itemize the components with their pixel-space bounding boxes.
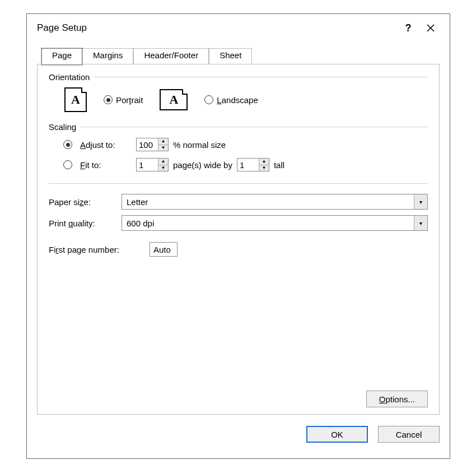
scaling-group: Scaling (49, 122, 428, 132)
portrait-radio-label: Portrait (116, 95, 143, 105)
landscape-radio[interactable]: Landscape (204, 95, 258, 105)
spin-down-icon[interactable]: ▼ (158, 145, 168, 151)
orientation-group: Orientation (49, 72, 428, 82)
print-quality-label: Print quality: (49, 219, 122, 228)
first-page-number-input[interactable]: Auto (150, 242, 178, 257)
paper-size-dropdown[interactable]: Letter ▾ (122, 194, 428, 210)
chevron-down-icon: ▾ (414, 216, 427, 230)
tall-label: tall (274, 160, 284, 170)
spin-up-icon[interactable]: ▲ (158, 159, 168, 165)
tab-header-footer[interactable]: Header/Footer (133, 48, 209, 65)
landscape-icon: A (160, 89, 188, 110)
spinner[interactable]: ▲▼ (158, 159, 168, 171)
page-setup-dialog: Page Setup ? Page Margins Header/Footer … (26, 13, 450, 459)
cancel-button[interactable]: Cancel (378, 426, 440, 443)
tab-sheet[interactable]: Sheet (209, 48, 252, 65)
first-page-number-label: First page number: (49, 245, 150, 254)
orientation-label: Orientation (49, 72, 94, 82)
print-quality-dropdown[interactable]: 600 dpi ▾ (122, 215, 428, 231)
paper-size-label: Paper size: (49, 197, 122, 207)
tab-page[interactable]: Page (41, 48, 82, 65)
radio-icon (104, 95, 113, 104)
spin-down-icon[interactable]: ▼ (259, 165, 269, 171)
fit-tall-value[interactable] (237, 159, 259, 171)
dialog-footer: OK Cancel (306, 426, 440, 443)
first-page-number-value: Auto (153, 245, 171, 254)
titlebar: Page Setup ? (27, 14, 450, 42)
spinner[interactable]: ▲▼ (158, 138, 168, 151)
fit-tall-input[interactable]: ▲▼ (237, 158, 269, 171)
options-button[interactable]: Options... (366, 391, 428, 407)
divider (49, 183, 428, 184)
paper-size-value: Letter (122, 197, 414, 207)
dialog-title: Page Setup (37, 22, 397, 34)
fit-wide-input[interactable]: ▲▼ (136, 158, 169, 171)
adjust-to-radio[interactable] (63, 140, 72, 149)
portrait-icon: A (64, 87, 87, 112)
divider (81, 127, 428, 127)
normal-size-label: % normal size (173, 140, 226, 150)
fit-to-radio[interactable] (63, 160, 72, 169)
tab-margins[interactable]: Margins (82, 48, 133, 65)
landscape-radio-label: Landscape (217, 95, 258, 105)
fit-to-label: Fit to: (80, 160, 132, 170)
print-quality-value: 600 dpi (122, 219, 414, 228)
portrait-radio[interactable]: Portrait (104, 95, 143, 105)
tab-strip: Page Margins Header/Footer Sheet (41, 48, 440, 64)
divider (94, 77, 428, 77)
pages-wide-by-label: page(s) wide by (173, 160, 232, 170)
chevron-down-icon: ▾ (414, 194, 427, 209)
dialog-body: Page Margins Header/Footer Sheet Orienta… (37, 48, 440, 448)
adjust-to-label: Adjust to: (80, 140, 132, 150)
spinner[interactable]: ▲▼ (259, 159, 269, 171)
close-button[interactable] (419, 17, 442, 39)
fit-wide-value[interactable] (137, 159, 158, 171)
spin-up-icon[interactable]: ▲ (259, 159, 269, 165)
adjust-to-value[interactable] (137, 138, 158, 151)
spin-down-icon[interactable]: ▼ (158, 165, 168, 171)
close-icon (426, 24, 435, 32)
radio-icon (204, 95, 213, 104)
tab-panel-page: Orientation A Portrait A Landscape (37, 64, 440, 415)
scaling-label: Scaling (49, 122, 81, 132)
adjust-to-input[interactable]: ▲▼ (136, 138, 169, 151)
help-button[interactable]: ? (397, 17, 419, 39)
spin-up-icon[interactable]: ▲ (158, 138, 168, 145)
ok-button[interactable]: OK (306, 426, 368, 443)
